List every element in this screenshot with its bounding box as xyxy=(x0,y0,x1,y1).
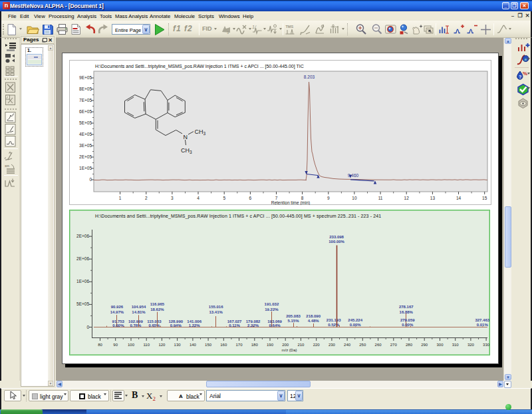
svg-text:m/z (Da): m/z (Da) xyxy=(282,348,297,352)
svg-text:279.059: 279.059 xyxy=(400,318,415,322)
svg-text:15: 15 xyxy=(482,196,487,200)
svg-text:100.00%: 100.00% xyxy=(329,240,344,244)
svg-text:250: 250 xyxy=(359,343,366,347)
svg-text:1E+05: 1E+05 xyxy=(79,166,92,170)
svg-text:0.00%: 0.00% xyxy=(402,323,414,327)
svg-text:120: 120 xyxy=(158,343,166,347)
svg-text:1.22%: 1.22% xyxy=(189,323,201,327)
svg-text:260: 260 xyxy=(375,343,382,347)
svg-text:290: 290 xyxy=(421,343,428,347)
svg-text:130: 130 xyxy=(174,343,182,347)
svg-text:TMS: TMS xyxy=(286,25,294,29)
svg-text:0.94%: 0.94% xyxy=(170,323,182,327)
svg-text:220: 220 xyxy=(313,343,321,347)
svg-text:0.65%: 0.65% xyxy=(148,323,160,327)
svg-text:330: 330 xyxy=(483,343,490,347)
svg-text:300: 300 xyxy=(436,343,444,347)
svg-text:0.52%: 0.52% xyxy=(328,323,340,327)
svg-text:2E+06: 2E+06 xyxy=(76,256,89,261)
svg-text:191.032: 191.032 xyxy=(265,302,279,306)
svg-text:14.81%: 14.81% xyxy=(132,310,146,314)
svg-text:4: 4 xyxy=(197,196,200,200)
svg-text:160: 160 xyxy=(220,343,227,347)
svg-text:5.15%: 5.15% xyxy=(287,319,299,323)
svg-text:150: 150 xyxy=(205,343,212,347)
svg-text:104.954: 104.954 xyxy=(132,305,146,309)
svg-text:233.098: 233.098 xyxy=(329,235,344,239)
svg-text:5: 5 xyxy=(223,196,225,200)
svg-text:H:\Documents and Setti...tript: H:\Documents and Setti...triptyline_MSMS… xyxy=(95,64,304,69)
svg-text:?: ? xyxy=(519,75,521,79)
svg-text:N: N xyxy=(184,134,188,140)
svg-text:11: 11 xyxy=(378,196,383,200)
svg-text:3E+05: 3E+05 xyxy=(79,143,92,148)
svg-text:1E+06: 1E+06 xyxy=(76,279,89,284)
svg-text:2.22%: 2.22% xyxy=(247,323,259,327)
svg-text:3: 3 xyxy=(171,196,174,200)
svg-text:327.463: 327.463 xyxy=(475,318,489,322)
svg-text:210: 210 xyxy=(297,343,305,347)
svg-text:6E+05: 6E+05 xyxy=(79,109,92,114)
svg-text:140: 140 xyxy=(190,343,197,347)
svg-text:280: 280 xyxy=(406,343,413,347)
svg-text:245.224: 245.224 xyxy=(348,318,362,322)
svg-text:9E+05: 9E+05 xyxy=(79,75,92,80)
svg-text:320: 320 xyxy=(467,343,475,347)
svg-text:2E+05: 2E+05 xyxy=(79,154,92,159)
svg-text:H:\Documents and Setti...tript: H:\Documents and Setti...triptyline_MSMS… xyxy=(95,214,381,219)
svg-text:2: 2 xyxy=(145,196,148,200)
svg-text:5E+05: 5E+05 xyxy=(79,120,92,125)
svg-text:231.193: 231.193 xyxy=(327,318,341,322)
svg-text:0.01%: 0.01% xyxy=(477,323,489,327)
svg-text:Retention time (min): Retention time (min) xyxy=(271,200,311,205)
svg-text:90: 90 xyxy=(113,343,118,347)
svg-text:0.76%: 0.76% xyxy=(130,323,142,327)
svg-text:270: 270 xyxy=(390,343,398,347)
svg-text:80: 80 xyxy=(98,343,102,347)
svg-text:4.48%: 4.48% xyxy=(308,319,320,323)
svg-text:200: 200 xyxy=(282,343,289,347)
svg-text:218.090: 218.090 xyxy=(306,314,321,318)
svg-text:110: 110 xyxy=(143,343,150,347)
svg-text:16.88%: 16.88% xyxy=(400,310,414,314)
svg-text:9: 9 xyxy=(327,196,330,200)
svg-text:9.460: 9.460 xyxy=(348,173,359,178)
svg-text:14.97%: 14.97% xyxy=(110,310,124,314)
svg-text:170: 170 xyxy=(235,343,243,347)
svg-text:12: 12 xyxy=(404,196,410,200)
svg-text:0.11%: 0.11% xyxy=(229,323,240,327)
svg-text:8: 8 xyxy=(301,196,304,200)
svg-text:100: 100 xyxy=(128,343,135,347)
svg-text:18.62%: 18.62% xyxy=(150,308,164,311)
svg-text:xn: xn xyxy=(5,164,9,168)
svg-text:19.22%: 19.22% xyxy=(265,308,279,311)
svg-text:155.016: 155.016 xyxy=(209,305,223,309)
svg-text:240: 240 xyxy=(344,343,351,347)
svg-text:116.965: 116.965 xyxy=(150,302,165,306)
svg-text:13.41%: 13.41% xyxy=(209,310,223,314)
svg-text:10: 10 xyxy=(352,196,357,200)
svg-text:190: 190 xyxy=(267,343,274,347)
svg-text:1: 1 xyxy=(119,196,122,200)
svg-text:5E+05: 5E+05 xyxy=(76,302,89,306)
svg-text:0: 0 xyxy=(86,325,89,329)
svg-text:310: 310 xyxy=(452,343,460,347)
svg-text:180: 180 xyxy=(251,343,259,347)
svg-text:90.926: 90.926 xyxy=(111,305,124,309)
svg-text:7E+05: 7E+05 xyxy=(79,98,92,103)
svg-text:230: 230 xyxy=(329,343,336,347)
svg-text:13: 13 xyxy=(430,196,436,200)
svg-text:8E+05: 8E+05 xyxy=(79,87,92,91)
svg-text:0.00%: 0.00% xyxy=(112,323,124,327)
svg-text:278.167: 278.167 xyxy=(399,305,414,309)
svg-text:8.203: 8.203 xyxy=(304,75,315,79)
svg-text:205.083: 205.083 xyxy=(286,314,301,318)
svg-text:6: 6 xyxy=(249,196,252,200)
svg-text:0.64%: 0.64% xyxy=(269,323,281,327)
svg-text:4E+05: 4E+05 xyxy=(79,132,92,136)
svg-text:7: 7 xyxy=(275,196,278,200)
svg-text:2E+06: 2E+06 xyxy=(76,234,89,238)
svg-text:14: 14 xyxy=(456,196,462,200)
svg-text:0.00%: 0.00% xyxy=(350,323,362,327)
